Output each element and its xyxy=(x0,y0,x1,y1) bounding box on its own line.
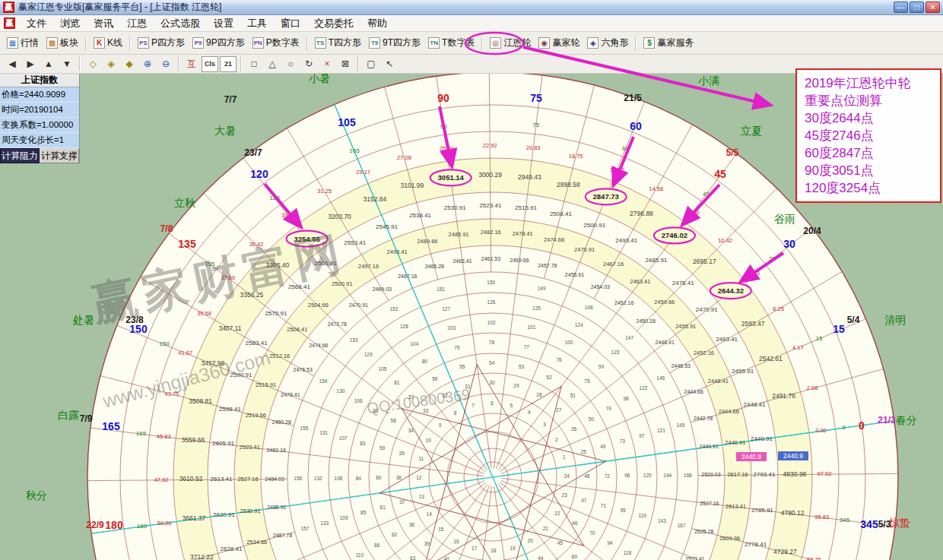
menu-item-8[interactable]: 窗口 xyxy=(274,16,307,30)
index-info-panel: 上证指数 价格=2440.9099时间=20190104变换系数=1.00000… xyxy=(0,74,80,163)
integer-ring-value: 22 xyxy=(554,511,560,516)
kline-button[interactable]: KK线 xyxy=(90,35,126,51)
nav-right-button[interactable]: ▶ xyxy=(22,56,39,72)
delete-tool[interactable]: × xyxy=(319,56,335,72)
9p-square-button[interactable]: P99P四方形 xyxy=(189,35,249,51)
menu-item-6[interactable]: 设置 xyxy=(207,16,240,30)
integer-ring-value: 44 xyxy=(538,555,544,560)
winner-wheel-button[interactable]: ◉赢家轮 xyxy=(535,35,583,51)
quotes-button[interactable]: ▦行情 xyxy=(3,35,43,51)
winner-service-button[interactable]: $赢家服务 xyxy=(640,35,697,51)
solar-term-label: 处暑 xyxy=(72,314,94,326)
calendar-tool[interactable]: 21 xyxy=(220,56,237,72)
menu-item-3[interactable]: 资讯 xyxy=(87,16,120,30)
integer-ring-value: 105 xyxy=(379,366,387,372)
diamond-tool-2[interactable]: ◈ xyxy=(103,56,119,72)
menu-item-2[interactable]: 浏览 xyxy=(53,16,87,30)
percent-value: 14.58 xyxy=(649,185,663,192)
clear-screen-button[interactable]: Cls xyxy=(202,56,218,72)
menu-item-10[interactable]: 帮助 xyxy=(360,16,394,30)
pointer-tool[interactable]: ↖ xyxy=(381,56,398,72)
menu-item-4[interactable]: 江恩 xyxy=(120,16,154,30)
inner-degree-value: 15 xyxy=(816,335,823,342)
triangle-tool[interactable]: △ xyxy=(264,56,281,72)
integer-ring-value: 24 xyxy=(564,473,570,479)
price-ring-value: 2523.41 xyxy=(240,444,260,451)
price-ring-value: 2613.41 xyxy=(211,476,233,482)
integer-ring-value: 79 xyxy=(454,345,460,350)
quotes-button-label: 行情 xyxy=(21,36,39,49)
maximize-button[interactable]: □ xyxy=(910,2,924,13)
integer-ring-value: 82 xyxy=(373,408,379,413)
diamond-tool-1[interactable]: ◇ xyxy=(84,56,101,72)
close-button[interactable]: ✕ xyxy=(926,2,940,13)
minimize-button[interactable]: — xyxy=(894,2,908,13)
nav-left-button[interactable]: ◀ xyxy=(4,56,21,72)
annotation-line-4: 45度2746点 xyxy=(805,127,932,144)
9t-square-button[interactable]: T99T四方形 xyxy=(365,35,424,51)
integer-ring-value: 132 xyxy=(314,476,322,481)
diamond-tool-3[interactable]: ◆ xyxy=(121,56,138,72)
main-toolbar: ▦行情▩板块KK线PSP四方形P99P四方形PNP数字表TST四方形T99T四方… xyxy=(0,32,943,55)
price-ring-value: 2470.91 xyxy=(349,302,368,308)
rectangle-tool[interactable]: □ xyxy=(246,56,262,72)
circled-value: 2644.32 xyxy=(710,283,751,299)
nav-up-button[interactable]: ▲ xyxy=(40,56,57,72)
degree-label: 180 xyxy=(105,519,123,531)
9t-square-button-icon: T9 xyxy=(369,37,380,49)
price-ring-value: 2476.53 xyxy=(294,367,313,372)
p-square-button[interactable]: PSP四方形 xyxy=(134,35,189,51)
integer-ring-value: 147 xyxy=(625,335,633,340)
menu-item-5[interactable]: 公式选股 xyxy=(154,16,207,30)
integer-ring-value: 107 xyxy=(339,435,348,441)
circled-value: 2847.73 xyxy=(586,188,627,204)
integer-ring-value: 84 xyxy=(356,476,362,481)
inner-degree-value: 105 xyxy=(349,147,360,154)
integer-ring-value: 123 xyxy=(611,350,620,355)
zoom-out-button[interactable]: ⊖ xyxy=(157,56,174,72)
menu-item-7[interactable]: 工具 xyxy=(240,16,274,30)
inner-degree-value: 0 xyxy=(842,424,846,431)
price-ring-value: 2485.91 xyxy=(267,505,286,510)
title-bar: 赢 赢家江恩专业版[赢家服务平台] - [上证指数 江恩轮] — □ ✕ xyxy=(0,0,943,15)
t-square-button[interactable]: TST四方形 xyxy=(311,35,365,51)
date-label: 21/5 xyxy=(624,93,642,103)
time-row: 时间=20190104 xyxy=(0,103,79,118)
rotate-tool[interactable]: ↻ xyxy=(300,56,317,72)
circle-tool[interactable]: ○ xyxy=(282,56,299,72)
percent-value: 95.83 xyxy=(814,514,829,520)
select-region-tool[interactable]: ▢ xyxy=(363,56,379,72)
t-number-table-button[interactable]: TNT数字表 xyxy=(424,35,478,51)
price-ring-value: 2440.91 xyxy=(700,444,719,449)
sectors-button[interactable]: ▩板块 xyxy=(43,35,82,51)
integer-ring-value: 13 xyxy=(419,494,425,499)
gann-wheel-button[interactable]: ◎江恩轮 xyxy=(486,35,535,51)
calc-resistance-button[interactable]: 计算阻力 xyxy=(0,148,40,163)
integer-ring-value: 146 xyxy=(656,375,665,381)
window-title: 赢家江恩专业版[赢家服务平台] - [上证指数 江恩轮] xyxy=(18,1,890,14)
p-number-table-button[interactable]: PNP数字表 xyxy=(249,35,303,51)
exchange-tool[interactable]: 互 xyxy=(183,56,200,72)
price-ring-value: 2452.16 xyxy=(614,300,633,305)
price-ring-value: 3356.25 xyxy=(240,291,264,299)
calc-support-button[interactable]: 计算支撑 xyxy=(40,148,79,163)
price-ring-value: 2527.16 xyxy=(237,476,258,482)
hexagon-button[interactable]: ◈六角形 xyxy=(583,35,632,51)
price-ring-value: 2793.41 xyxy=(754,471,776,478)
price-ring-value: 2480.28 xyxy=(271,419,291,425)
integer-ring-value: 59 xyxy=(379,445,386,451)
price-ring-value: 2593.47 xyxy=(741,320,765,327)
close-all-tool[interactable]: ⊠ xyxy=(337,56,354,72)
price-ring-value: 2523.41 xyxy=(685,556,704,560)
percent-value: 45.83 xyxy=(157,433,171,440)
integer-ring-value: 27 xyxy=(556,407,562,413)
transform-coefficient-row: 变换系数=1.00000 xyxy=(0,118,79,133)
menu-item-1[interactable]: 文件 xyxy=(20,16,53,30)
integer-ring-value: 122 xyxy=(640,385,648,391)
menu-item-9[interactable]: 交易委托 xyxy=(307,16,360,30)
highlight-cell: 2440.9 xyxy=(778,451,808,460)
zoom-in-button[interactable]: ⊕ xyxy=(139,56,156,72)
degree-label: 15 xyxy=(833,323,845,335)
toolbar-separator xyxy=(79,56,81,71)
nav-down-button[interactable]: ▼ xyxy=(59,56,75,72)
